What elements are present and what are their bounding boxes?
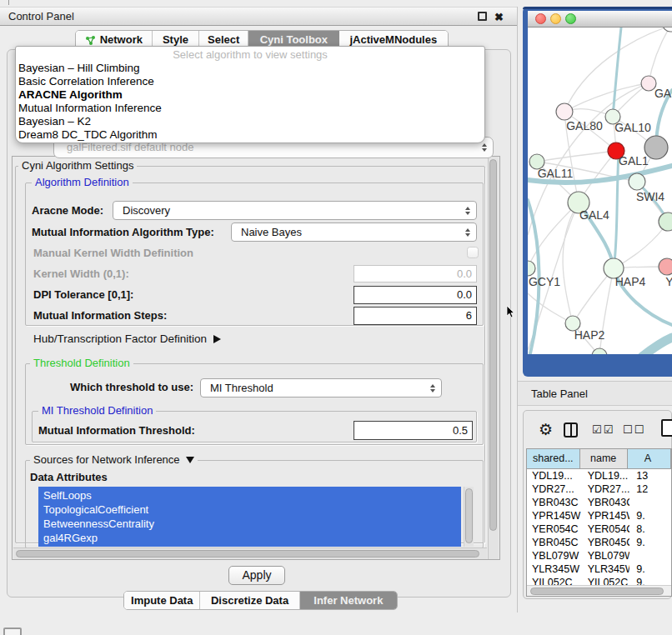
mi-type-combo[interactable]: Naive Bayes (231, 222, 477, 242)
checked-boxes-icon[interactable]: ☑☑ (592, 423, 614, 436)
table-row[interactable]: YER054CYER054C8. (527, 522, 671, 536)
attribute-item[interactable]: BetweennessCentrality (38, 517, 461, 531)
table-cell: YBR043C (581, 496, 630, 509)
table-cell: YBL079W (527, 549, 581, 562)
table-row[interactable]: YBL079WYBL079W (527, 549, 671, 562)
combo-stepper-icon (465, 228, 470, 237)
node-label: GAL80 (566, 119, 603, 132)
algorithm-definition-title: Algorithm Definition (32, 177, 133, 188)
algorithm-option[interactable]: Mutual Information Inference (16, 102, 484, 115)
settings-vscrollbar[interactable] (488, 157, 499, 559)
table-cell: YER054C (527, 522, 581, 536)
file-icon[interactable] (661, 419, 672, 437)
network-graph: GALGAL80GAL10GAL1GAL11GAL4SWI4GCY1HAP4YH… (528, 28, 672, 354)
attribute-item[interactable]: TopologicalCoefficient (38, 502, 461, 517)
minimize-button[interactable] (550, 13, 561, 24)
table-hscrollbar[interactable] (527, 585, 671, 597)
node-label: GAL11 (538, 167, 574, 180)
zoom-button[interactable] (565, 13, 576, 24)
table-cell: 12 (629, 482, 671, 496)
control-panel-titlebar: Control Panel ✖ (0, 7, 517, 26)
control-panel-title: Control Panel (8, 8, 74, 26)
algorithm-option[interactable]: Basic Correlation Inference (16, 75, 484, 88)
network-node[interactable] (659, 212, 672, 231)
hub-definition-section[interactable]: Hub/Transcription Factor Definition (33, 332, 221, 346)
table-row[interactable]: YPR145WYPR145W9. (527, 509, 671, 522)
manual-kernel-label: Manual Kernel Width Definition (33, 247, 193, 259)
table-row[interactable]: YDR27...YDR27...12 (527, 482, 671, 496)
dpi-tolerance-field[interactable]: 0.0 (354, 286, 477, 304)
float-window-icon[interactable] (478, 12, 487, 21)
mi-type-value: Naive Bayes (241, 223, 302, 241)
table-panel-titlebar: Table Panel (518, 381, 672, 406)
algorithm-option[interactable]: Bayesian – K2 (16, 115, 484, 128)
table-cell: 13 (629, 469, 671, 482)
table-cell: 9. (629, 562, 671, 576)
table-cell (629, 496, 671, 509)
tab-discretize-data[interactable]: Discretize Data (200, 592, 299, 610)
network-node-gcy1[interactable] (528, 261, 535, 276)
dpi-tolerance-label: DPI Tolerance [0,1]: (33, 288, 133, 301)
table-row[interactable]: YBR043CYBR043C (527, 496, 671, 509)
settings-hscrollbar[interactable] (13, 548, 487, 559)
network-canvas[interactable]: GALGAL80GAL10GAL1GAL11GAL4SWI4GCY1HAP4YH… (528, 28, 672, 354)
sources-title-text: Sources for Network Inference (33, 454, 180, 466)
sources-group-title[interactable]: Sources for Network Inference (30, 454, 198, 466)
node-label: HAP4 (615, 275, 646, 288)
manual-kernel-checkbox[interactable] (467, 247, 479, 258)
node-label: GAL1 (619, 154, 649, 168)
algorithm-option[interactable]: Dream8 DC_TDC Algorithm (16, 128, 484, 142)
algorithm-placeholder: Select algorithm to view settings (16, 48, 484, 62)
kernel-width-label: Kernel Width (0,1): (33, 268, 129, 280)
network-window-titlebar[interactable] (528, 11, 672, 28)
network-node-gal80[interactable] (556, 103, 573, 120)
column-header-shared-name[interactable]: shared... (527, 449, 580, 468)
attribute-item[interactable]: SelfLoops (38, 488, 461, 502)
unchecked-boxes-icon[interactable]: ☐☐ (623, 423, 645, 436)
close-icon[interactable]: ✖ (494, 12, 504, 22)
table-cell: YPR145W (581, 509, 630, 522)
threshold-definition-title: Threshold Definition (30, 358, 133, 369)
network-window-topline (523, 7, 672, 9)
tab-label: Impute Data (131, 592, 193, 610)
table-row[interactable]: YLR345WYLR345W9. (527, 562, 671, 576)
network-node[interactable] (644, 136, 668, 159)
tab-label: Discretize Data (211, 592, 288, 610)
kernel-width-field[interactable]: 0.0 (354, 265, 477, 282)
table-panel-title: Table Panel (531, 388, 588, 400)
network-node-y[interactable] (659, 258, 672, 275)
tab-impute-data[interactable]: Impute Data (124, 592, 200, 610)
table-cell: YDR27... (527, 482, 581, 496)
hidden-panel-icon[interactable] (3, 628, 22, 635)
gear-icon[interactable]: ⚙ (539, 420, 553, 439)
table-cell: YBR045C (581, 536, 630, 549)
algorithm-option[interactable]: Bayesian – Hill Climbing (16, 62, 484, 75)
expand-right-icon[interactable] (213, 335, 221, 343)
node-label: GAL4 (579, 208, 609, 222)
mouse-cursor-icon (506, 306, 515, 318)
table-row[interactable]: YDL19...YDL19...13 (527, 469, 671, 482)
attributes-scrollbar[interactable] (464, 487, 474, 547)
collapse-down-icon[interactable] (186, 457, 194, 463)
node-label: GCY1 (529, 275, 560, 288)
tab-infer-network[interactable]: Infer Network (300, 592, 397, 610)
apply-button[interactable]: Apply (228, 566, 285, 585)
data-attributes-list[interactable]: SelfLoops TopologicalCoefficient Between… (38, 487, 461, 547)
which-threshold-combo[interactable]: MI Threshold (200, 378, 442, 398)
network-node[interactable] (663, 28, 672, 32)
table-cell: 9. (629, 509, 671, 522)
mi-threshold-field[interactable]: 0.5 (354, 421, 473, 440)
column-header-partial[interactable]: A (628, 449, 671, 468)
attribute-item[interactable]: gal4RGexp (38, 531, 461, 545)
node-label: GAL10 (614, 121, 651, 134)
which-threshold-value: MI Threshold (210, 379, 273, 397)
network-node-swi4[interactable] (629, 173, 645, 190)
column-header-name[interactable]: name (580, 449, 628, 468)
close-button[interactable] (535, 13, 546, 24)
table-row[interactable]: YBR045CYBR045C9. (527, 536, 671, 549)
columns-icon[interactable] (564, 422, 578, 438)
aracne-mode-combo[interactable]: Discovery (113, 201, 477, 220)
mi-type-label: Mutual Information Algorithm Type: (32, 226, 214, 238)
mi-steps-field[interactable]: 6 (354, 307, 477, 325)
algorithm-option-selected[interactable]: ARACNE Algorithm (16, 88, 484, 102)
